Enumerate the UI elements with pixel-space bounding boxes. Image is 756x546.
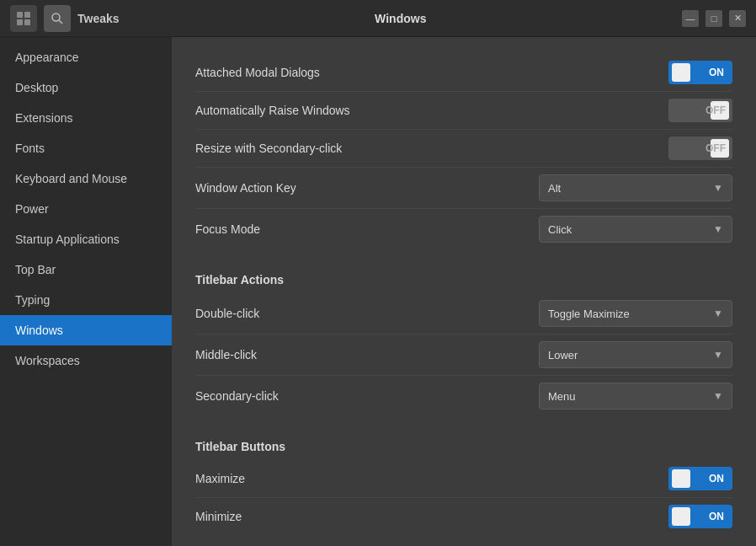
dropdown-middle-click[interactable]: Lower▼: [539, 341, 732, 368]
setting-label-double-click: Double-click: [195, 307, 539, 320]
setting-row-secondary-click: Secondary-clickMenu▼: [195, 376, 732, 416]
setting-label-automatically-raise-windows: Automatically Raise Windows: [195, 104, 668, 117]
setting-row-focus-mode: Focus ModeClick▼: [195, 209, 732, 249]
sidebar-item-keyboard-and-mouse[interactable]: Keyboard and Mouse: [0, 163, 172, 194]
dropdown-focus-mode[interactable]: Click▼: [539, 216, 732, 243]
titlebar-actions-section: Titlebar Actions: [195, 249, 732, 293]
setting-row-double-click: Double-clickToggle Maximize▼: [195, 293, 732, 335]
toggle-automatically-raise-windows[interactable]: OFF: [668, 99, 732, 122]
titlebar-buttons-header: Titlebar Buttons: [195, 428, 732, 457]
setting-row-attached-modal-dialogs: Attached Modal DialogsON: [195, 54, 732, 92]
setting-row-minimize: MinimizeON: [195, 498, 732, 535]
dropdown-secondary-click[interactable]: Menu▼: [539, 383, 732, 410]
titlebar-buttons-section: Titlebar Buttons: [195, 416, 732, 460]
window-title: Windows: [120, 12, 682, 25]
hidpi-section: HiDPI: [195, 535, 732, 546]
svg-point-4: [52, 13, 60, 21]
setting-row-automatically-raise-windows: Automatically Raise WindowsOFF: [195, 92, 732, 130]
toggle-attached-modal-dialogs[interactable]: ON: [668, 61, 732, 84]
dropdown-double-click[interactable]: Toggle Maximize▼: [539, 300, 732, 327]
setting-label-maximize: Maximize: [195, 472, 668, 485]
sidebar-item-power[interactable]: Power: [0, 194, 172, 224]
sidebar-item-startup-applications[interactable]: Startup Applications: [0, 224, 172, 254]
sidebar: AppearanceDesktopExtensionsFontsKeyboard…: [0, 37, 172, 546]
setting-row-window-action-key: Window Action KeyAlt▼: [195, 168, 732, 209]
maximize-button[interactable]: □: [705, 10, 722, 27]
svg-rect-1: [24, 12, 30, 18]
titlebar-actions-header: Titlebar Actions: [195, 261, 732, 290]
setting-row-resize-with-secondary-click: Resize with Secondary-clickOFF: [195, 130, 732, 168]
setting-label-attached-modal-dialogs: Attached Modal Dialogs: [195, 66, 668, 79]
sidebar-item-workspaces[interactable]: Workspaces: [0, 345, 172, 376]
sidebar-item-typing[interactable]: Typing: [0, 285, 172, 315]
sidebar-item-appearance[interactable]: Appearance: [0, 42, 172, 72]
toggle-resize-with-secondary-click[interactable]: OFF: [668, 136, 732, 160]
svg-rect-3: [24, 19, 30, 25]
titlebar: Tweaks Windows — □ ✕: [0, 0, 756, 37]
general-settings: Attached Modal DialogsONAutomatically Ra…: [195, 54, 732, 249]
search-button[interactable]: [44, 5, 71, 32]
dropdown-window-action-key[interactable]: Alt▼: [539, 174, 732, 201]
app-logo: [10, 5, 37, 32]
sidebar-item-extensions[interactable]: Extensions: [0, 103, 172, 133]
setting-label-window-action-key: Window Action Key: [195, 181, 539, 195]
svg-rect-0: [17, 12, 23, 18]
main-layout: AppearanceDesktopExtensionsFontsKeyboard…: [0, 37, 756, 546]
sidebar-item-fonts[interactable]: Fonts: [0, 133, 172, 163]
close-button[interactable]: ✕: [729, 10, 746, 27]
sidebar-item-windows[interactable]: Windows: [0, 315, 172, 345]
setting-label-focus-mode: Focus Mode: [195, 222, 539, 236]
setting-label-resize-with-secondary-click: Resize with Secondary-click: [195, 142, 668, 155]
titlebar-actions-settings: Double-clickToggle Maximize▼Middle-click…: [195, 293, 732, 416]
setting-label-secondary-click: Secondary-click: [195, 389, 539, 403]
minimize-button[interactable]: —: [682, 10, 699, 27]
toggle-maximize[interactable]: ON: [668, 467, 732, 490]
svg-rect-2: [17, 19, 23, 25]
toggle-minimize[interactable]: ON: [668, 505, 732, 528]
titlebar-buttons-settings: MaximizeONMinimizeON: [195, 460, 732, 535]
window-controls: — □ ✕: [682, 10, 746, 27]
app-name: Tweaks: [77, 12, 120, 25]
sidebar-item-desktop[interactable]: Desktop: [0, 72, 172, 103]
setting-row-middle-click: Middle-clickLower▼: [195, 335, 732, 376]
setting-label-middle-click: Middle-click: [195, 348, 539, 361]
setting-row-maximize: MaximizeON: [195, 460, 732, 498]
content-area: Attached Modal DialogsONAutomatically Ra…: [172, 37, 756, 546]
svg-line-5: [59, 20, 62, 24]
sidebar-item-top-bar[interactable]: Top Bar: [0, 254, 172, 285]
setting-label-minimize: Minimize: [195, 510, 668, 523]
